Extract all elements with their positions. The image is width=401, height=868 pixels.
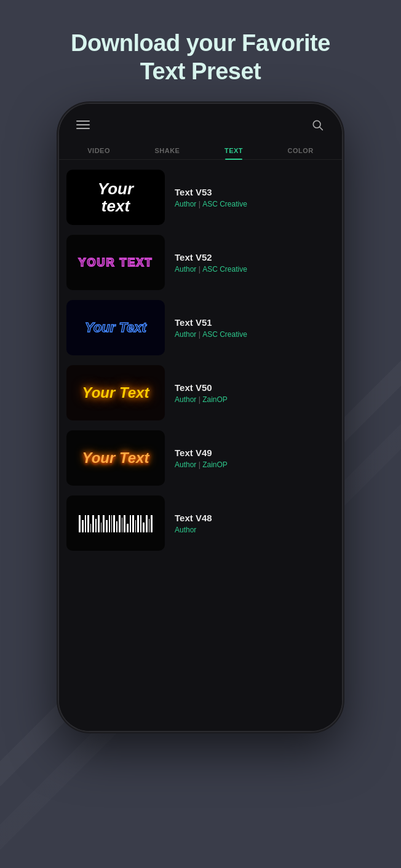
svg-line-1: [320, 127, 323, 130]
list-item[interactable]: YOUR TEXT Text V52 Author | ASC Creative: [66, 230, 335, 295]
preset-author: Author | ASC Creative: [175, 330, 335, 339]
preset-name: Text V49: [175, 448, 335, 458]
list-item[interactable]: Yourtext Text V53 Author | ASC Creative: [66, 165, 335, 230]
preset-name: Text V52: [175, 252, 335, 262]
preset-author: Author | ASC Creative: [175, 200, 335, 208]
thumbnail-text: Your Text: [82, 384, 149, 401]
preset-info-v50: Text V50 Author | ZainOP: [175, 382, 335, 404]
preset-name: Text V48: [175, 513, 335, 523]
preset-thumbnail-v53: Yourtext: [66, 170, 165, 225]
preset-author: Author | ASC Creative: [175, 265, 335, 274]
thumbnail-text: YOUR TEXT: [78, 256, 153, 269]
phone-screen: VIDEO SHAKE TEXT COLOR Yourtext: [59, 104, 342, 731]
barcode-graphic: [79, 514, 153, 532]
tab-video[interactable]: VIDEO: [80, 144, 117, 159]
list-item[interactable]: Your Text Text V49 Author | ZainOP: [66, 425, 335, 491]
preset-info-v53: Text V53 Author | ASC Creative: [175, 187, 335, 208]
tab-shake[interactable]: SHAKE: [147, 144, 187, 159]
preset-info-v51: Text V51 Author | ASC Creative: [175, 317, 335, 339]
thumbnail-text: Your Text: [85, 320, 146, 336]
thumbnail-text: Yourtext: [98, 180, 133, 215]
preset-name: Text V50: [175, 382, 335, 393]
menu-button[interactable]: [76, 120, 90, 129]
preset-thumbnail-v52: YOUR TEXT: [66, 235, 165, 290]
list-item[interactable]: Your Text Text V51 Author | ASC Creative: [66, 295, 335, 360]
preset-info-v52: Text V52 Author | ASC Creative: [175, 252, 335, 274]
preset-list: Yourtext Text V53 Author | ASC Creative …: [59, 160, 342, 731]
phone-mockup: VIDEO SHAKE TEXT COLOR Yourtext: [59, 104, 342, 731]
preset-author: Author: [175, 526, 335, 534]
list-item[interactable]: Text V48 Author: [66, 491, 335, 556]
thumbnail-text: Your Text: [82, 449, 149, 467]
preset-author: Author | ZainOP: [175, 395, 335, 404]
preset-thumbnail-v48: [66, 495, 165, 551]
preset-info-v48: Text V48 Author: [175, 513, 335, 534]
page-header: Download your Favorite Text Preset: [34, 0, 367, 104]
preset-info-v49: Text V49 Author | ZainOP: [175, 448, 335, 469]
preset-thumbnail-v50: Your Text: [66, 365, 165, 420]
list-item[interactable]: Your Text Text V50 Author | ZainOP: [66, 360, 335, 425]
tab-color[interactable]: COLOR: [280, 144, 321, 159]
preset-name: Text V53: [175, 187, 335, 197]
search-button[interactable]: [310, 117, 325, 132]
preset-thumbnail-v51: Your Text: [66, 300, 165, 355]
page-title: Download your Favorite Text Preset: [71, 30, 330, 85]
top-bar: [59, 104, 342, 140]
preset-name: Text V51: [175, 317, 335, 328]
tab-text[interactable]: TEXT: [217, 144, 250, 159]
tab-bar: VIDEO SHAKE TEXT COLOR: [59, 140, 342, 160]
preset-thumbnail-v49: Your Text: [66, 430, 165, 486]
preset-author: Author | ZainOP: [175, 460, 335, 469]
